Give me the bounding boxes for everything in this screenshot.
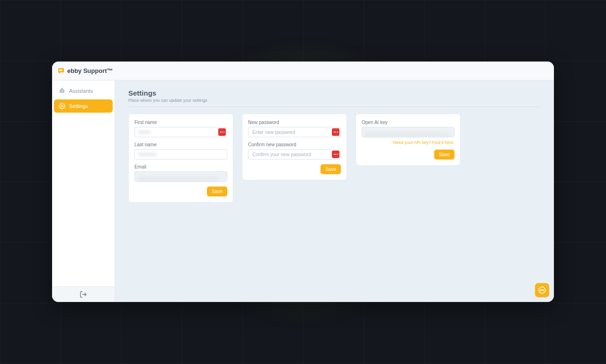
sidebar-item-assistants[interactable]: Assistants: [54, 84, 113, 98]
first-name-label: First name: [134, 120, 227, 125]
app-window: ebby Support™ Assistants: [52, 62, 554, 302]
openai-key-label: Open AI key: [362, 120, 454, 125]
new-password-input[interactable]: [248, 127, 341, 137]
page-title: Settings: [128, 89, 541, 97]
confirm-password-label: Confirm new password: [248, 142, 341, 147]
sidebar-item-settings[interactable]: Settings: [54, 99, 113, 113]
svg-point-5: [61, 105, 63, 107]
sidebar-item-label: Assistants: [69, 88, 93, 94]
brand-logo[interactable]: ebby Support™: [57, 67, 113, 75]
svg-point-2: [62, 91, 63, 91]
new-password-label: New password: [248, 120, 341, 125]
svg-point-8: [540, 290, 541, 291]
svg-point-10: [543, 290, 544, 291]
app-header: ebby Support™: [52, 62, 554, 80]
sidebar: Assistants Settings: [52, 80, 115, 302]
main-content: Settings Place where you can update your…: [115, 80, 554, 302]
svg-point-4: [62, 88, 62, 89]
confirm-password-input[interactable]: [248, 149, 341, 160]
email-label: Email: [134, 164, 227, 169]
logout-button[interactable]: [80, 291, 87, 298]
password-manager-icon[interactable]: [218, 128, 226, 136]
page-subtitle: Place where you can update your settings: [128, 98, 541, 103]
card-profile: First name ■■■■ Last name ■■■■■■: [128, 114, 233, 203]
logout-icon: [80, 291, 87, 298]
divider: [128, 107, 541, 107]
password-manager-icon[interactable]: [332, 128, 339, 136]
save-openai-button[interactable]: Save: [434, 150, 454, 160]
password-manager-icon[interactable]: [332, 151, 339, 158]
card-openai: Open AI key Need your API key? Find it h…: [356, 114, 461, 166]
sidebar-item-label: Settings: [69, 103, 88, 109]
chat-widget-button[interactable]: [535, 283, 549, 297]
api-key-help-link[interactable]: Need your API key? Find it here.: [362, 140, 454, 145]
robot-icon: [59, 88, 65, 94]
svg-point-9: [542, 290, 543, 291]
svg-point-1: [61, 91, 62, 91]
brand-name: ebby Support™: [67, 67, 113, 74]
last-name-label: Last name: [134, 142, 227, 147]
brand-mark-icon: [57, 67, 65, 75]
save-profile-button[interactable]: Save: [207, 186, 227, 196]
chat-icon: [538, 286, 546, 294]
card-password: New password Confirm new password: [242, 114, 347, 180]
save-password-button[interactable]: Save: [321, 164, 341, 174]
gear-icon: [59, 103, 65, 109]
